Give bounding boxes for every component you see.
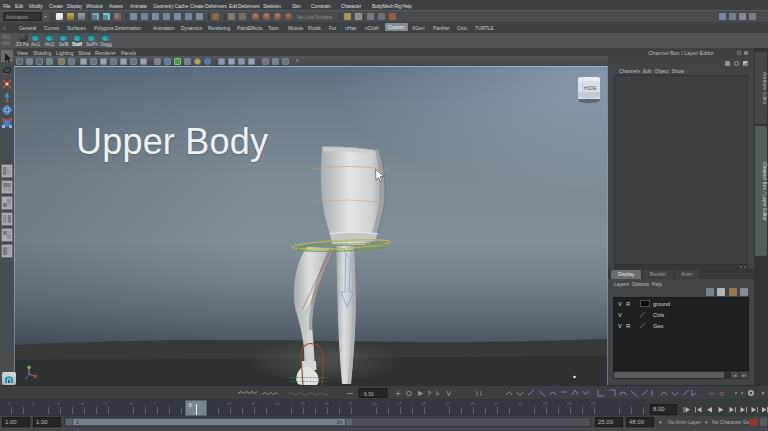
svg-text:⊢: ⊢ (709, 390, 715, 397)
svg-text:⊙: ⊙ (719, 390, 724, 397)
svg-text:HIDE: HIDE (583, 85, 596, 91)
svg-text:6.50: 6.50 (364, 391, 374, 397)
